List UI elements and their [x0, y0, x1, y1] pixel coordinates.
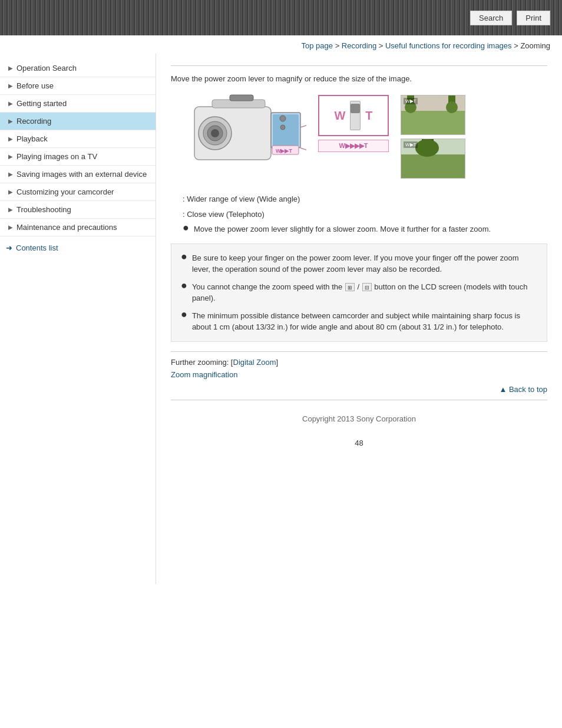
info-item-1: ● Be sure to keep your finger on the pow… — [181, 252, 537, 275]
contents-list-link[interactable]: ➜ Contents list — [0, 236, 156, 259]
svg-point-10 — [280, 125, 285, 130]
svg-line-13 — [300, 121, 306, 127]
breadcrumb-top[interactable]: Top page — [302, 41, 333, 50]
sidebar-label: Troubleshooting — [16, 205, 150, 214]
breadcrumb-recording[interactable]: Recording — [342, 41, 376, 50]
sidebar-item-recording[interactable]: ▶ Recording — [0, 113, 156, 130]
breadcrumb: Top page > Recording > Useful functions … — [0, 35, 562, 54]
sidebar-item-getting-started[interactable]: ▶ Getting started — [0, 95, 156, 113]
tele-thumb: W▶T — [401, 139, 465, 179]
zoom-speed-note: ● Move the power zoom lever slightly for… — [183, 223, 547, 235]
search-button[interactable]: Search — [470, 11, 512, 25]
svg-point-9 — [280, 116, 286, 121]
info-box: ● Be sure to keep your finger on the pow… — [171, 243, 547, 342]
tele-thumb-label: W▶T — [404, 141, 418, 148]
zoom-control: W T W▶▶▶▶T — [318, 95, 389, 152]
lcd-icon-2: ⊟ — [362, 283, 372, 291]
arrow-icon: ▶ — [8, 100, 13, 107]
further-close: ] — [276, 358, 278, 367]
zoom-control-box: W T — [318, 95, 389, 136]
info-item-3: ● The minimum possible distance between … — [181, 310, 537, 333]
divider-bottom — [171, 351, 547, 352]
arrow-icon: ▶ — [8, 206, 13, 213]
footer: Copyright 2013 Sony Corporation — [171, 406, 547, 435]
sidebar-label: Operation Search — [16, 64, 150, 73]
arrow-icon: ▶ — [8, 171, 13, 177]
sidebar-label: Recording — [16, 117, 150, 126]
zoom-magnification-link[interactable]: Zoom magnification — [171, 370, 237, 379]
zoom-slider — [350, 101, 361, 130]
bullet-icon: ● — [181, 309, 187, 319]
breadcrumb-current: Zooming — [520, 41, 550, 50]
w-label-text: : Wider range of view (Wide angle) — [183, 193, 300, 205]
divider-footer — [171, 400, 547, 400]
sidebar-label: Customizing your camcorder — [16, 187, 150, 196]
arrow-right-icon: ➜ — [6, 243, 12, 252]
svg-point-4 — [211, 129, 219, 137]
back-to-top: ▲ Back to top — [171, 385, 547, 394]
thumbnails: W▶T W▶T — [401, 95, 465, 179]
sidebar-label: Before use — [16, 81, 150, 90]
camcorder-image: W▶▶T — [183, 89, 306, 185]
svg-line-14 — [300, 148, 306, 154]
sidebar-item-playing-images[interactable]: ▶ Playing images on a TV — [0, 148, 156, 166]
header: Search Print — [0, 0, 562, 35]
page-number: 48 — [171, 435, 547, 451]
copyright-text: Copyright 2013 Sony Corporation — [302, 414, 416, 423]
sidebar-label: Maintenance and precautions — [16, 223, 150, 232]
arrow-icon: ▶ — [8, 65, 13, 71]
zoom-magnification-container: Zoom magnification — [171, 370, 547, 379]
image-section: W▶▶T W T W▶▶▶▶T — [183, 89, 547, 185]
sidebar-item-playback[interactable]: ▶ Playback — [0, 130, 156, 148]
sidebar-label: Saving images with an external device — [16, 170, 150, 179]
t-label-item: : Close view (Telephoto) — [183, 209, 547, 220]
contents-list-label[interactable]: Contents list — [16, 243, 58, 252]
wt-labels: : Wider range of view (Wide angle) : Clo… — [183, 193, 547, 235]
back-to-top-link[interactable]: ▲ Back to top — [499, 385, 547, 394]
lcd-icon-1: ⊞ — [345, 283, 355, 291]
arrow-icon: ▶ — [8, 153, 13, 160]
zoom-speed-text: Move the power zoom lever slightly for a… — [194, 223, 491, 235]
sidebar-label: Playback — [16, 134, 150, 143]
divider-top — [171, 65, 547, 66]
further-label: Further zooming: [ — [171, 358, 233, 367]
sidebar-item-before-use[interactable]: ▶ Before use — [0, 77, 156, 95]
info-item-2: ● You cannot change the zoom speed with … — [181, 281, 537, 304]
arrow-icon: ▶ — [8, 189, 13, 195]
sidebar-item-troubleshooting[interactable]: ▶ Troubleshooting — [0, 201, 156, 219]
further-links: Further zooming: [Digital Zoom] — [171, 358, 547, 367]
wide-thumb: W▶T — [401, 95, 465, 135]
info-text-3: The minimum possible distance between ca… — [192, 310, 537, 333]
sidebar-item-saving-images[interactable]: ▶ Saving images with an external device — [0, 166, 156, 183]
arrow-icon: ▶ — [8, 224, 13, 230]
main-content: Move the power zoom lever to magnify or … — [156, 54, 562, 584]
arrow-icon: ▶ — [8, 118, 13, 124]
zoom-slider-bar — [351, 104, 360, 113]
info-text-1: Be sure to keep your finger on the power… — [192, 252, 537, 275]
svg-text:W▶▶T: W▶▶T — [276, 148, 292, 154]
sidebar-item-operation-search[interactable]: ▶ Operation Search — [0, 60, 156, 77]
wide-thumb-label: W▶T — [404, 98, 418, 104]
svg-rect-8 — [230, 95, 253, 101]
sidebar-label: Getting started — [16, 99, 150, 108]
arrow-icon: ▶ — [8, 136, 13, 142]
zoom-t-label: T — [365, 109, 372, 123]
sidebar-label: Playing images on a TV — [16, 152, 150, 161]
digital-zoom-link[interactable]: Digital Zoom — [233, 358, 276, 367]
bullet-icon: ● — [183, 222, 189, 233]
sidebar: ▶ Operation Search ▶ Before use ▶ Gettin… — [0, 54, 156, 584]
sidebar-item-maintenance[interactable]: ▶ Maintenance and precautions — [0, 219, 156, 236]
w-label-item: : Wider range of view (Wide angle) — [183, 193, 547, 205]
t-label-text: : Close view (Telephoto) — [183, 209, 265, 220]
print-button[interactable]: Print — [517, 11, 550, 25]
arrow-icon: ▶ — [8, 83, 13, 89]
sidebar-item-customizing[interactable]: ▶ Customizing your camcorder — [0, 183, 156, 201]
page-layout: ▶ Operation Search ▶ Before use ▶ Gettin… — [0, 54, 562, 584]
info-text-2: You cannot change the zoom speed with th… — [192, 281, 537, 304]
zoom-w-label: W — [334, 109, 345, 123]
wt-bar: W▶▶▶▶T — [318, 140, 389, 152]
bullet-icon: ● — [181, 251, 187, 262]
bullet-icon: ● — [181, 280, 187, 291]
intro-text: Move the power zoom lever to magnify or … — [171, 74, 547, 83]
breadcrumb-useful-functions[interactable]: Useful functions for recording images — [385, 41, 512, 50]
